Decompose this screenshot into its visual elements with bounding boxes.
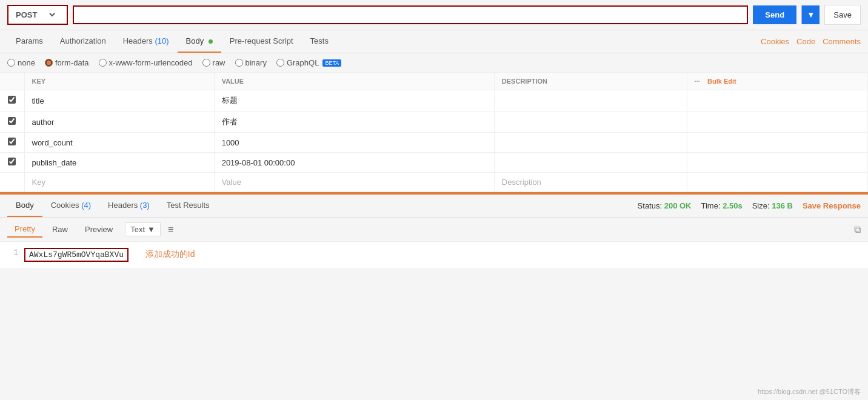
req-tabs-right: Cookies Code Comments [761,37,861,46]
row-value: 作者 [214,112,494,133]
line-numbers: 1 [0,248,24,262]
resp-tab-test-results[interactable]: Test Results [158,195,218,217]
body-active-dot [209,39,213,44]
empty-value[interactable]: Value [214,173,494,192]
beta-badge: BETA [322,59,341,67]
empty-checkbox-cell [0,173,24,192]
resp-tab-body[interactable]: Body [7,195,42,217]
table-row: title 标题 [0,90,868,112]
row-value: 标题 [214,90,494,112]
copy-icon[interactable]: ⧉ [854,224,861,235]
tab-headers[interactable]: Headers (10) [115,30,178,53]
radio-graphql[interactable]: GraphQL BETA [276,58,341,67]
format-preview[interactable]: Preview [78,222,120,237]
tab-authorization[interactable]: Authorization [52,30,115,53]
empty-actions [687,173,867,192]
tab-tests[interactable]: Tests [302,30,337,53]
row-key: author [24,112,214,133]
wrap-icon[interactable]: ≡ [168,224,173,235]
time-label: Time: 2.50s [701,201,742,210]
row-description [494,153,687,173]
url-input-wrapper[interactable]: 127.0.0.1:8080/add/book/novel [73,5,748,24]
code-link[interactable]: Code [796,37,815,46]
request-tabs: Params Authorization Headers (10) Body P… [0,30,868,53]
table-row: word_count 1000 [0,133,868,153]
text-dropdown-arrow: ▼ [147,225,155,234]
resp-tab-headers[interactable]: Headers (3) [99,195,158,217]
row-checkbox[interactable] [8,138,16,145]
tab-prerequest[interactable]: Pre-request Script [221,30,302,53]
status-label: Status: 200 OK [638,201,692,210]
table-row: author 作者 [0,112,868,133]
resp-headers-count: (3) [140,201,150,210]
table-row-empty: Key Value Description [0,173,868,192]
row-actions [687,153,867,173]
save-button[interactable]: Save [824,5,861,25]
format-pretty[interactable]: Pretty [7,221,42,238]
resp-tab-cookies[interactable]: Cookies (4) [42,195,99,217]
response-comment: 添加成功的Id [145,249,195,259]
th-key: KEY [24,73,214,90]
empty-key[interactable]: Key [24,173,214,192]
cookies-count: (4) [81,201,91,210]
radio-raw[interactable]: raw [202,58,225,67]
row-checkbox[interactable] [8,117,16,125]
bulk-edit-link[interactable]: Bulk Edit [707,78,736,85]
send-dropdown-button[interactable]: ▼ [801,5,820,24]
tab-params[interactable]: Params [7,30,52,53]
row-checkbox-cell[interactable] [0,133,24,153]
row-description [494,90,687,112]
th-actions: ··· Bulk Edit [687,73,867,90]
row-checkbox[interactable] [8,96,16,104]
row-value: 1000 [214,133,494,153]
dots-icon[interactable]: ··· [695,78,700,85]
th-value: VALUE [214,73,494,90]
table-row: publish_date 2019-08-01 00:00:00 [0,153,868,173]
comments-link[interactable]: Comments [823,37,861,46]
row-actions [687,90,867,112]
row-description [494,133,687,153]
row-checkbox-cell[interactable] [0,112,24,133]
save-response-button[interactable]: Save Response [803,201,861,210]
body-type-row: none form-data x-www-form-urlencoded raw… [0,53,868,73]
format-raw[interactable]: Raw [45,222,75,237]
row-checkbox-cell[interactable] [0,153,24,173]
row-key: title [24,90,214,112]
method-dropdown[interactable]: POST GET PUT DELETE [13,10,57,20]
size-label: Size: 136 B [752,201,793,210]
tab-body[interactable]: Body [178,30,221,53]
status-value: 200 OK [664,201,692,210]
method-select[interactable]: POST GET PUT DELETE [7,5,68,25]
cookies-link[interactable]: Cookies [761,37,789,46]
resp-status-bar: Status: 200 OK Time: 2.50s Size: 136 B S… [638,201,861,210]
row-actions [687,112,867,133]
response-content: AWxLs7gWR5mOVYqaBXVu 添加成功的Id [24,248,868,262]
radio-none[interactable]: none [7,58,35,67]
row-actions [687,133,867,153]
text-label: Text [130,225,145,234]
line-1: 1 [13,248,18,257]
top-bar: POST GET PUT DELETE 127.0.0.1:8080/add/b… [0,0,868,30]
response-format-row: Pretty Raw Preview Text ▼ ≡ ⧉ [0,218,868,242]
row-checkbox-cell[interactable] [0,90,24,112]
url-input[interactable]: 127.0.0.1:8080/add/book/novel [80,10,741,19]
radio-urlencoded[interactable]: x-www-form-urlencoded [99,58,193,67]
th-checkbox [0,73,24,90]
response-value: AWxLs7gWR5mOVYqaBXVu [24,248,129,262]
response-body: 1 AWxLs7gWR5mOVYqaBXVu 添加成功的Id [0,242,868,268]
row-value: 2019-08-01 00:00:00 [214,153,494,173]
time-value: 2.50s [723,201,743,210]
row-checkbox[interactable] [8,158,16,165]
th-description: DESCRIPTION [494,73,687,90]
radio-binary[interactable]: binary [235,58,267,67]
size-value: 136 B [772,201,793,210]
row-key: publish_date [24,153,214,173]
text-dropdown[interactable]: Text ▼ [125,222,161,236]
row-key: word_count [24,133,214,153]
empty-description[interactable]: Description [494,173,687,192]
radio-form-data[interactable]: form-data [45,58,89,67]
send-button[interactable]: Send [753,5,796,24]
headers-count: (10) [155,36,169,45]
response-tabs-bar: Body Cookies (4) Headers (3) Test Result… [0,195,868,218]
row-description [494,112,687,133]
